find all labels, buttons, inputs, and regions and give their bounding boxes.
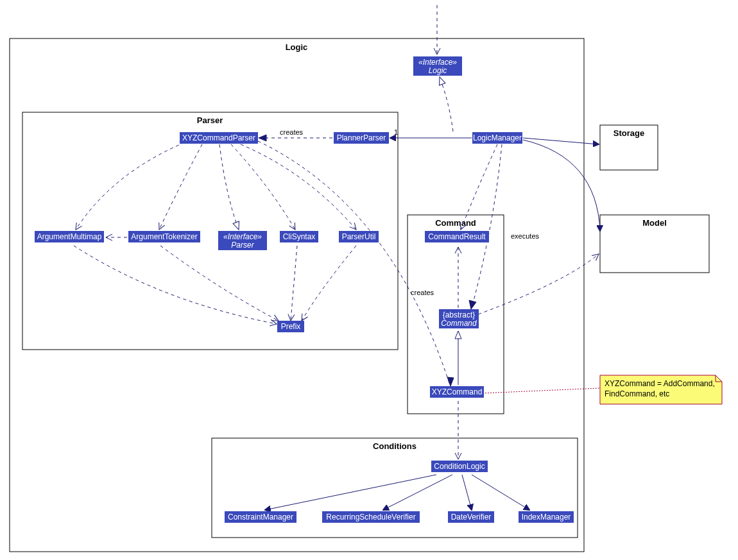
label-creates1: creates <box>280 128 304 136</box>
edge-clisyntax-prefix <box>291 246 297 321</box>
edge-xyzparser-xyzcmd-arrow <box>447 377 454 386</box>
class-command-result: CommandResult <box>425 231 489 242</box>
edge-condlogic-constraint <box>265 475 436 510</box>
svg-text:ParserUtil: ParserUtil <box>342 232 376 241</box>
edge-xyzparser-xyzcmd <box>258 141 450 385</box>
edge-logicmanager-logic <box>440 77 453 132</box>
svg-text:Parser: Parser <box>231 241 254 250</box>
class-parser-interface: «Interface» Parser <box>218 231 267 250</box>
class-index-manager: IndexManager <box>519 511 574 523</box>
edge-argtok-prefix <box>160 246 279 321</box>
label-executes: executes <box>511 232 540 240</box>
parser-package-label: Parser <box>197 115 223 125</box>
class-xyz-command: XYZCommand <box>430 386 484 398</box>
svg-text:«Interface»: «Interface» <box>418 58 457 67</box>
svg-text:XYZCommandParser: XYZCommandParser <box>182 133 255 142</box>
uml-diagram: Logic Storage Model Parser Command Condi… <box>0 0 738 560</box>
class-argument-tokenizer: ArgumentTokenizer <box>128 231 200 242</box>
edge-condlogic-recurring <box>383 475 452 510</box>
svg-text:XYZCommand: XYZCommand <box>432 387 483 396</box>
conditions-package-label: Conditions <box>373 441 416 451</box>
note-line2: FindCommand, etc <box>605 389 669 398</box>
edge-xyzparser-parser <box>219 144 239 230</box>
class-logic-manager: LogicManager <box>472 132 522 144</box>
class-prefix: Prefix <box>277 321 304 332</box>
svg-text:CommandResult: CommandResult <box>428 232 486 241</box>
svg-text:LogicManager: LogicManager <box>473 133 522 142</box>
class-xyz-command-parser: XYZCommandParser <box>180 132 258 144</box>
class-condition-logic: ConditionLogic <box>431 461 488 472</box>
svg-text:Logic: Logic <box>429 66 447 75</box>
edge-plannerparser-xyzparser-arrow <box>259 135 266 141</box>
svg-text:DateVerifier: DateVerifier <box>451 513 492 522</box>
svg-text:Prefix: Prefix <box>281 322 301 331</box>
edge-abscmd-model <box>478 254 599 314</box>
storage-package-label: Storage <box>614 128 644 138</box>
svg-text:ConditionLogic: ConditionLogic <box>434 462 485 471</box>
edge-parserutil-prefix <box>302 246 356 321</box>
command-package-label: Command <box>435 218 476 228</box>
label-mult1: 1 <box>394 128 398 136</box>
class-recurring-schedule-verifier: RecurringScheduleVerifier <box>322 511 420 523</box>
svg-text:PlannerParser: PlannerParser <box>337 133 386 142</box>
svg-text:IndexManager: IndexManager <box>522 513 571 522</box>
svg-text:RecurringScheduleVerifier: RecurringScheduleVerifier <box>326 513 415 522</box>
edge-logicmanager-abscmd-arrow <box>469 300 476 309</box>
model-package-label: Model <box>642 218 667 228</box>
class-date-verifier: DateVerifier <box>448 511 494 523</box>
edge-logicmanager-abscmd <box>472 144 502 308</box>
svg-text:ConstraintManager: ConstraintManager <box>228 513 293 522</box>
edge-xyzparser-parserutil <box>241 144 356 230</box>
edge-logicmanager-storage <box>523 138 599 144</box>
edge-argmm-prefix <box>74 246 277 324</box>
edge-xyzparser-clisyntax <box>231 144 295 230</box>
class-argument-multimap: ArgumentMultimap <box>35 231 104 242</box>
class-cli-syntax: CliSyntax <box>280 231 318 242</box>
svg-text:«Interface»: «Interface» <box>223 232 262 241</box>
label-creates2: creates <box>411 289 434 296</box>
class-constraint-manager: ConstraintManager <box>225 511 296 523</box>
logic-package <box>10 38 584 552</box>
logic-package-label: Logic <box>286 42 308 52</box>
class-parser-util: ParserUtil <box>339 231 379 242</box>
note-xyzcommand: XYZCommand = AddCommand, FindCommand, et… <box>600 375 722 404</box>
edge-xyzparser-argtokenizer <box>159 144 202 230</box>
svg-text:ArgumentTokenizer: ArgumentTokenizer <box>131 232 197 241</box>
edge-xyzparser-argmultimap <box>76 142 185 230</box>
edge-condlogic-indexmgr <box>472 475 529 510</box>
note-connector <box>483 388 600 393</box>
svg-text:CliSyntax: CliSyntax <box>283 232 316 241</box>
svg-text:Command: Command <box>441 319 477 328</box>
class-abstract-command: {abstract} Command <box>439 309 479 328</box>
svg-text:{abstract}: {abstract} <box>443 310 476 319</box>
class-logic-interface: «Interface» Logic <box>413 56 462 76</box>
class-planner-parser: PlannerParser <box>334 132 389 144</box>
edge-logicmanager-model <box>523 140 600 231</box>
svg-text:ArgumentMultimap: ArgumentMultimap <box>37 232 102 241</box>
note-line1: XYZCommand = AddCommand, <box>605 379 715 388</box>
edge-condlogic-dateverifier <box>462 475 472 510</box>
